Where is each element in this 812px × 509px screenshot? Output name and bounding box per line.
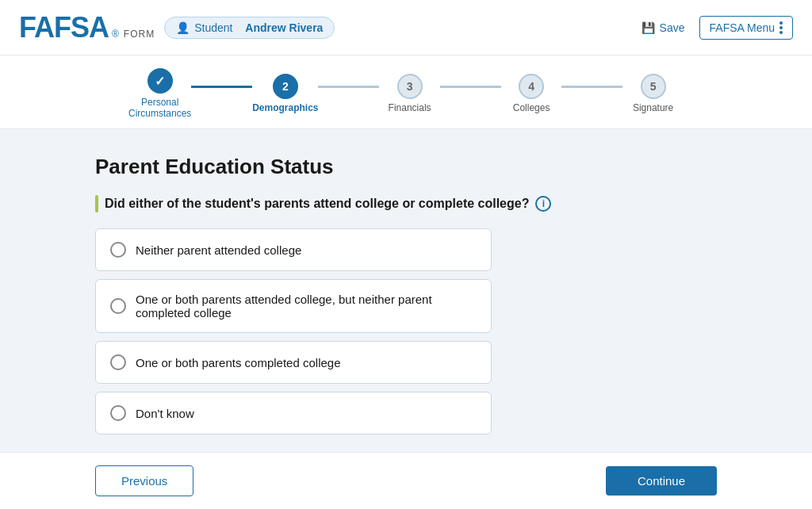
student-label: Student (194, 21, 232, 34)
header: FAFSA ® FORM 👤 Student Andrew Rivera 💾 S… (0, 0, 812, 55)
check-icon: ✓ (155, 74, 165, 89)
student-name: Andrew Rivera (245, 21, 323, 34)
radio-dont-know[interactable] (110, 405, 126, 421)
logo-form-text: FORM (124, 29, 155, 40)
step-5-label: Signature (633, 102, 673, 113)
connector-2-3 (318, 86, 379, 88)
info-icon[interactable]: i (535, 196, 551, 212)
step-1-label: Personal Circumstances (128, 97, 191, 119)
option-one-or-both-attended-label: One or both parents attended college, bu… (136, 293, 477, 320)
step-2-circle: 2 (273, 74, 298, 99)
option-neither-attended-label: Neither parent attended college (136, 243, 301, 257)
step-4-label: Colleges (513, 102, 550, 113)
menu-label: FAFSA Menu (710, 21, 775, 34)
question-row: Did either of the student's parents atte… (95, 195, 717, 212)
step-demographics[interactable]: 2 Demographics (252, 74, 318, 113)
option-neither-attended[interactable]: Neither parent attended college (95, 228, 492, 271)
option-dont-know[interactable]: Don't know (95, 392, 492, 434)
page-title: Parent Education Status (95, 155, 717, 179)
question-text: Did either of the student's parents atte… (105, 197, 529, 211)
step-financials[interactable]: 3 Financials (379, 74, 440, 113)
logo-registered: ® (112, 29, 119, 40)
question-bar-accent (95, 195, 98, 212)
previous-button[interactable]: Previous (95, 465, 193, 496)
step-2-number: 2 (282, 80, 289, 93)
radio-one-or-both-completed[interactable] (110, 354, 126, 370)
logo-fafsa-text: FAFSA (19, 11, 109, 44)
vertical-dots-icon (779, 21, 783, 34)
options-list: Neither parent attended college One or b… (95, 228, 492, 434)
logo: FAFSA ® FORM (19, 11, 155, 44)
step-colleges[interactable]: 4 Colleges (501, 74, 562, 113)
step-1-circle: ✓ (147, 68, 173, 94)
option-one-or-both-attended[interactable]: One or both parents attended college, bu… (95, 279, 492, 333)
option-dont-know-label: Don't know (136, 407, 194, 420)
step-4-circle: 4 (519, 74, 544, 99)
person-icon: 👤 (176, 21, 190, 34)
radio-one-or-both-attended[interactable] (110, 298, 126, 314)
step-personal-circumstances[interactable]: ✓ Personal Circumstances (128, 68, 191, 119)
step-2-label: Demographics (252, 102, 318, 113)
step-3-circle: 3 (397, 74, 423, 99)
student-badge[interactable]: 👤 Student Andrew Rivera (164, 17, 335, 39)
fafsa-menu-button[interactable]: FAFSA Menu (699, 16, 793, 40)
header-right: 💾 Save FAFSA Menu (634, 16, 793, 40)
option-one-or-both-completed-label: One or both parents completed college (136, 356, 341, 369)
footer: Previous Continue (0, 452, 812, 509)
main-content: Parent Education Status Did either of th… (0, 129, 812, 452)
step-4-number: 4 (528, 80, 534, 93)
step-3-number: 3 (407, 80, 413, 93)
save-button[interactable]: 💾 Save (634, 17, 693, 39)
continue-button[interactable]: Continue (606, 466, 717, 496)
step-signature[interactable]: 5 Signature (622, 74, 684, 113)
progress-steps: ✓ Personal Circumstances 2 Demographics … (128, 68, 684, 128)
step-5-number: 5 (650, 80, 657, 93)
step-5-circle: 5 (641, 74, 666, 99)
radio-neither-attended[interactable] (110, 242, 126, 258)
save-label: Save (660, 21, 685, 34)
connector-4-5 (561, 86, 622, 88)
progress-section: ✓ Personal Circumstances 2 Demographics … (0, 55, 812, 129)
header-left: FAFSA ® FORM 👤 Student Andrew Rivera (19, 11, 335, 44)
step-3-label: Financials (389, 102, 431, 113)
save-icon: 💾 (642, 21, 655, 34)
connector-1-2 (191, 86, 252, 88)
option-one-or-both-completed[interactable]: One or both parents completed college (95, 341, 492, 384)
connector-3-4 (440, 86, 501, 88)
